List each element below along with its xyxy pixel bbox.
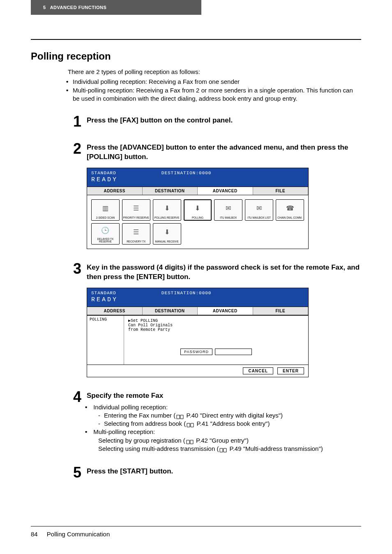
book-icon [176,413,184,418]
step4-bullet-multi: Multi-polling reception: Selecting by gr… [92,428,361,453]
section-title: Polling reception [31,51,361,62]
btn-itu-mailbox[interactable]: ✉ITU MAILBOX [214,199,242,221]
footer-title: Polling Communication [47,531,110,538]
tab-file[interactable]: FILE [253,187,309,195]
btn-chain-dial-comm[interactable]: ☎CHAIN DIAL COMM. [276,199,304,221]
step-number: 5 [68,465,87,480]
step-title: Press the [START] button. [87,467,361,476]
book-icon [219,447,227,452]
enter-button[interactable]: ENTER [277,367,304,374]
banner-destination: DESTINATION:0000 [161,291,212,295]
polling-line: from Remote Party [128,328,304,332]
step4-bullet-individual: Individual polling reception: Entering t… [92,403,361,428]
ui-tab-bar: ADDRESS DESTINATION ADVANCED FILE [87,187,308,195]
intro-lead: There are 2 types of polling reception a… [68,68,361,76]
advanced-button-grid: ▥2-SIDED SCAN ☰PRIORITY RESERVE ⬇POLLING… [87,195,308,249]
ui-screenshot-advanced-menu: STANDARD DESTINATION:0000 READY ADDRESS … [87,168,309,249]
btn-itu-mailbox-list[interactable]: ✉ITU MAILBOX LIST [245,199,273,221]
step-1: 1 Press the [FAX] button on the control … [68,114,361,129]
tab-destination[interactable]: DESTINATION [143,307,198,315]
btn-2sided-scan[interactable]: ▥2-SIDED SCAN [91,199,120,221]
ui-banner: STANDARD DESTINATION:0000 READY [87,168,308,187]
banner-ready: READY [91,296,304,303]
polling-left-label: POLLING [87,316,124,365]
page-footer: 84 Polling Communication [31,526,361,538]
intro-text: There are 2 types of polling reception a… [68,68,361,103]
step4-line: Selecting by group registration ( P.42 "… [92,436,361,445]
book-icon [186,439,194,443]
tab-advanced[interactable]: ADVANCED [198,307,253,315]
btn-delayed-tx-reserve[interactable]: 🕒DELAYED TX RESERVE [91,223,120,245]
tab-advanced[interactable]: ADVANCED [198,187,253,195]
ui-banner: STANDARD DESTINATION:0000 READY [87,288,308,307]
password-field[interactable] [215,349,252,355]
intro-bullet: Multi-polling reception: Receiving a Fax… [73,86,361,103]
banner-ready: READY [91,176,304,183]
btn-polling-reserve[interactable]: ⬇POLLING RESERVE [153,199,181,221]
step-number: 3 [68,261,87,377]
step-3: 3 Key in the password (4 digits) if the … [68,261,361,377]
chapter-number: 5 [43,5,46,10]
banner-mode: STANDARD [91,171,116,175]
book-icon [187,422,194,427]
step-number: 4 [68,390,87,453]
step-5: 5 Press the [START] button. [68,465,361,480]
divider-bottom [31,526,361,526]
tab-file[interactable]: FILE [253,307,309,315]
polling-line: ▶Set POLLING [128,318,304,323]
tab-address[interactable]: ADDRESS [87,307,143,315]
btn-recovery-tx[interactable]: ☰RECOVERY TX [122,223,150,245]
ui-footer-buttons: CANCEL ENTER [87,365,308,377]
step-title: Press the [ADVANCED] button to enter the… [87,143,361,162]
polling-line: Can Poll Originals [128,323,304,328]
step-title: Specify the remote Fax [87,391,361,401]
btn-polling[interactable]: ⬇POLLING [184,199,212,221]
ui-screenshot-polling-password: STANDARD DESTINATION:0000 READY ADDRESS … [87,288,309,377]
intro-bullet: Individual polling reception: Receiving … [73,78,361,86]
step-number: 1 [68,114,87,129]
divider-top [31,39,361,40]
cancel-button[interactable]: CANCEL [243,367,273,374]
page-number: 84 [31,531,38,538]
polling-right-panel: ▶Set POLLING Can Poll Originals from Rem… [124,316,308,365]
password-button[interactable]: PASSWORD [180,349,212,355]
step-4: 4 Specify the remote Fax Individual poll… [68,390,361,453]
step4-sub: Entering the Fax number ( P.40 "Direct e… [92,411,361,420]
btn-priority-reserve[interactable]: ☰PRIORITY RESERVE [122,199,150,221]
btn-manual-receive[interactable]: ⬇MANUAL RECEIVE [153,223,181,245]
banner-mode: STANDARD [91,291,116,295]
running-header: 5 ADVANCED FUNCTIONS [31,0,201,15]
step-number: 2 [68,141,87,249]
step-title: Key in the password (4 digits) if the pa… [87,263,361,282]
ui-tab-bar: ADDRESS DESTINATION ADVANCED FILE [87,307,308,315]
chapter-title: ADVANCED FUNCTIONS [50,5,107,10]
banner-destination: DESTINATION:0000 [161,171,212,175]
step-2: 2 Press the [ADVANCED] button to enter t… [68,141,361,249]
tab-address[interactable]: ADDRESS [87,187,143,195]
tab-destination[interactable]: DESTINATION [143,187,198,195]
step4-sub: Selecting from address book ( P.41 "Addr… [92,420,361,428]
step4-line: Selecting using multi-address transmissi… [92,445,361,453]
step-title: Press the [FAX] button on the control pa… [87,116,361,125]
